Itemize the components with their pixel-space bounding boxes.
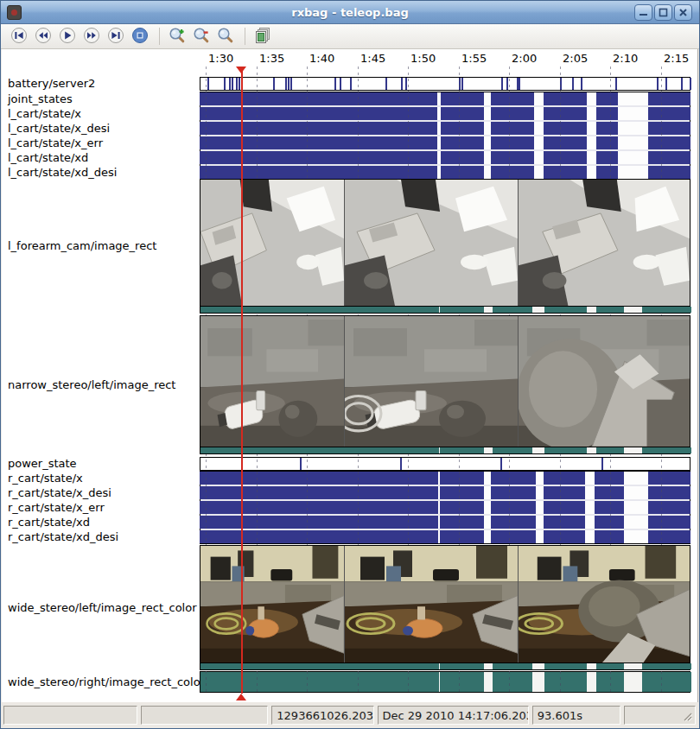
message-segment <box>595 516 624 529</box>
zoom-reset-button[interactable] <box>214 25 237 48</box>
zoom-out-icon <box>191 25 212 48</box>
dense-message-track[interactable] <box>200 530 690 543</box>
stop-button[interactable] <box>129 25 151 48</box>
message-segment <box>491 516 536 529</box>
topic-label: l_cart/state/xd <box>8 151 88 164</box>
playhead-line[interactable] <box>241 70 243 694</box>
panel-right-border <box>697 49 698 702</box>
message-segment <box>441 151 484 164</box>
message-tick <box>657 78 659 90</box>
camera-thumbnail <box>345 180 519 306</box>
message-segment <box>200 151 437 164</box>
sparse-message-track[interactable] <box>200 457 690 471</box>
message-segment <box>441 122 484 135</box>
message-segment <box>544 530 585 543</box>
topic-label: r_cart/state/xd_desi <box>8 530 118 543</box>
ruler-label-1:30: 1:30 <box>208 52 233 65</box>
message-tick <box>401 78 403 90</box>
message-segment <box>200 136 437 149</box>
dense-message-track[interactable] <box>200 486 690 499</box>
dense-message-track[interactable] <box>200 166 690 179</box>
message-segment <box>440 501 484 514</box>
playhead-top-marker-icon[interactable] <box>236 67 246 73</box>
camera-track[interactable] <box>200 545 690 670</box>
dense-message-track[interactable] <box>200 92 690 105</box>
message-segment <box>544 107 587 120</box>
topic-label: wide_stereo/left/image_rect_color <box>8 601 197 614</box>
message-tick <box>400 458 402 470</box>
message-tick <box>207 78 209 90</box>
message-segment <box>596 447 624 453</box>
play-button[interactable] <box>56 25 79 48</box>
message-segment <box>648 136 690 149</box>
message-segment <box>642 663 691 669</box>
seek-start-button[interactable] <box>8 25 30 48</box>
message-segment <box>648 486 690 499</box>
message-segment <box>440 486 484 499</box>
message-segment <box>200 530 438 543</box>
message-segment <box>596 151 618 164</box>
message-segment <box>544 486 585 499</box>
timeline-panel[interactable]: battery/server2joint_statesl_cart/state/… <box>2 49 698 702</box>
dense-message-track[interactable] <box>200 151 690 164</box>
message-tick <box>572 78 574 90</box>
ruler-label-1:55: 1:55 <box>461 52 487 65</box>
message-tick <box>300 458 302 470</box>
ruler-label-2:00: 2:00 <box>512 52 537 65</box>
ruler-label-2:05: 2:05 <box>563 52 588 65</box>
message-segment <box>596 107 618 120</box>
window-title: rxbag - teleop.bag <box>1 6 699 19</box>
camera-track[interactable] <box>200 179 690 314</box>
dense-message-track[interactable] <box>200 136 690 149</box>
message-segment <box>648 107 690 120</box>
message-segment <box>648 516 690 529</box>
ruler-label-2:15: 2:15 <box>664 52 689 65</box>
message-segment <box>491 107 534 120</box>
message-segment <box>491 530 536 543</box>
resize-grip[interactable] <box>682 711 693 722</box>
message-tick <box>506 78 508 90</box>
message-segment <box>440 307 484 313</box>
timeline-chart[interactable]: 1:301:351:401:451:501:552:002:052:102:15 <box>200 49 690 697</box>
message-tick <box>340 78 341 90</box>
message-tick <box>350 78 352 90</box>
camera-thumbnail <box>200 316 345 447</box>
fast-forward-button[interactable] <box>80 25 103 48</box>
minimize-button[interactable] <box>634 4 652 21</box>
dense-message-track[interactable] <box>200 516 690 529</box>
dense-message-track[interactable] <box>200 122 690 135</box>
status-field-5 <box>624 706 696 725</box>
message-segment <box>648 530 690 543</box>
zoom-in-button[interactable] <box>166 25 188 48</box>
status-bar: 1293661026.203 Dec 29 2010 14:17:06.203 … <box>1 702 699 728</box>
sparse-message-track[interactable] <box>200 77 690 91</box>
message-segment <box>200 92 437 105</box>
message-segment <box>493 672 532 692</box>
message-segment <box>648 501 690 514</box>
dense-message-track[interactable] <box>200 472 690 485</box>
close-button[interactable] <box>674 4 692 21</box>
zoom-reset-icon <box>215 25 236 48</box>
topic-label: l_cart/state/x_desi <box>8 122 110 135</box>
play-backward-button[interactable] <box>32 25 54 48</box>
message-tick <box>273 78 275 90</box>
message-tick <box>288 78 290 90</box>
title-bar[interactable]: rxbag - teleop.bag <box>1 1 699 24</box>
seek-end-button[interactable] <box>105 25 127 48</box>
dense-message-track[interactable] <box>200 671 690 693</box>
status-timestamp-human: Dec 29 2010 14:17:06.203 <box>378 706 529 725</box>
dense-message-track[interactable] <box>200 107 690 120</box>
toggle-thumbnails-button[interactable] <box>251 25 274 48</box>
dense-message-track[interactable] <box>200 501 690 514</box>
message-segment <box>595 486 624 499</box>
message-segment <box>491 472 536 485</box>
topic-label: l_cart/state/x_err <box>8 136 103 149</box>
maximize-button[interactable] <box>654 4 672 21</box>
message-segment <box>544 663 587 669</box>
playhead-bottom-marker-icon[interactable] <box>236 694 246 700</box>
message-segment <box>493 663 532 669</box>
camera-track[interactable] <box>200 315 690 454</box>
zoom-out-button[interactable] <box>190 25 213 48</box>
message-segment <box>440 530 484 543</box>
maximize-icon <box>659 8 668 17</box>
